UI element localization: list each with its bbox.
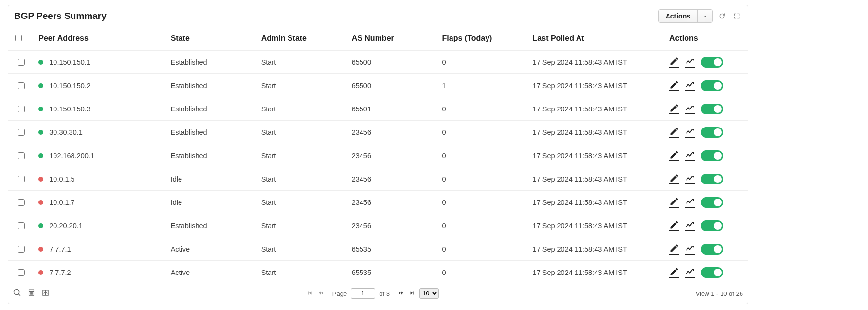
perf-button[interactable]	[685, 56, 695, 68]
row-checkbox[interactable]	[18, 246, 25, 253]
actions-caret[interactable]	[697, 10, 712, 22]
enable-toggle[interactable]	[701, 57, 723, 68]
panel-header: BGP Peers Summary Actions	[8, 5, 748, 27]
enable-toggle[interactable]	[701, 104, 723, 114]
state-cell: Established	[166, 121, 256, 144]
enable-toggle[interactable]	[701, 174, 723, 184]
page-prev-icon	[317, 290, 324, 296]
expand-button[interactable]	[731, 11, 742, 21]
row-checkbox[interactable]	[18, 176, 25, 182]
perf-button[interactable]	[685, 220, 695, 231]
actions-button[interactable]: Actions	[659, 10, 697, 22]
reload-icon	[718, 12, 726, 20]
state-cell: Established	[166, 74, 256, 97]
col-state[interactable]: State	[166, 27, 256, 51]
row-checkbox[interactable]	[18, 222, 25, 229]
select-all-cell	[8, 27, 34, 51]
table-row: 192.168.200.1EstablishedStart23456017 Se…	[8, 144, 748, 167]
table-header-row: Peer Address State Admin State AS Number…	[8, 27, 748, 51]
enable-toggle[interactable]	[701, 220, 723, 231]
trend-icon	[685, 127, 695, 136]
edit-button[interactable]	[669, 197, 679, 208]
trend-icon	[685, 80, 695, 90]
flaps-cell: 0	[437, 261, 528, 284]
page-input[interactable]	[351, 288, 375, 299]
export-button[interactable]	[41, 289, 50, 298]
as-number-cell: 23456	[347, 191, 437, 214]
edit-button[interactable]	[669, 56, 679, 68]
reload-button[interactable]	[717, 11, 727, 21]
peer-address[interactable]: 10.0.1.7	[49, 199, 74, 206]
perf-button[interactable]	[685, 103, 695, 114]
peer-address[interactable]: 10.150.150.2	[49, 82, 90, 90]
enable-toggle[interactable]	[701, 80, 723, 91]
peer-address[interactable]: 7.7.7.2	[49, 269, 71, 276]
edit-button[interactable]	[669, 80, 679, 91]
table-row: 10.150.150.2EstablishedStart65500117 Sep…	[8, 74, 748, 97]
perf-button[interactable]	[685, 267, 695, 278]
perf-button[interactable]	[685, 173, 695, 184]
row-checkbox[interactable]	[18, 129, 25, 136]
row-checkbox[interactable]	[18, 199, 25, 206]
perf-button[interactable]	[685, 197, 695, 208]
actions-dropdown[interactable]: Actions	[658, 9, 713, 23]
edit-button[interactable]	[669, 173, 679, 184]
peer-address[interactable]: 30.30.30.1	[49, 128, 83, 136]
page-last-button[interactable]	[409, 290, 416, 298]
calculator-button[interactable]	[27, 289, 36, 298]
peer-address[interactable]: 7.7.7.1	[49, 245, 71, 253]
perf-button[interactable]	[685, 127, 695, 138]
as-number-cell: 23456	[347, 144, 437, 167]
col-as-number[interactable]: AS Number	[347, 27, 437, 51]
col-last-polled[interactable]: Last Polled At	[528, 27, 665, 51]
perf-button[interactable]	[685, 80, 695, 91]
col-peer-address[interactable]: Peer Address	[34, 27, 165, 51]
edit-button[interactable]	[669, 127, 679, 138]
last-polled-cell: 17 Sep 2024 11:58:43 AM IST	[528, 97, 665, 121]
perf-button[interactable]	[685, 243, 695, 255]
edit-icon	[669, 197, 679, 206]
enable-toggle[interactable]	[701, 127, 723, 138]
caret-down-icon	[702, 13, 709, 20]
search-icon	[13, 289, 21, 297]
enable-toggle[interactable]	[701, 197, 723, 208]
admin-state-cell: Start	[256, 144, 347, 167]
search-button[interactable]	[13, 289, 21, 298]
perf-button[interactable]	[685, 150, 695, 161]
export-icon	[41, 289, 50, 297]
peer-address[interactable]: 10.0.1.5	[49, 175, 74, 183]
admin-state-cell: Start	[256, 191, 347, 214]
row-checkbox[interactable]	[18, 82, 25, 89]
col-admin-state[interactable]: Admin State	[256, 27, 347, 51]
trend-icon	[685, 103, 695, 113]
flaps-cell: 0	[437, 121, 528, 144]
row-checkbox[interactable]	[18, 269, 25, 276]
last-polled-cell: 17 Sep 2024 11:58:43 AM IST	[528, 144, 665, 167]
page-first-button[interactable]	[307, 290, 313, 298]
edit-button[interactable]	[669, 267, 679, 278]
trend-icon	[685, 267, 695, 276]
edit-button[interactable]	[669, 243, 679, 255]
col-flaps[interactable]: Flaps (Today)	[437, 27, 528, 51]
row-checkbox[interactable]	[18, 59, 25, 66]
last-polled-cell: 17 Sep 2024 11:58:43 AM IST	[528, 191, 665, 214]
peer-address[interactable]: 20.20.20.1	[49, 222, 83, 230]
page-size-select[interactable]: 10	[419, 288, 439, 299]
flaps-cell: 0	[437, 237, 528, 261]
enable-toggle[interactable]	[701, 244, 723, 255]
row-checkbox[interactable]	[18, 106, 25, 112]
edit-button[interactable]	[669, 220, 679, 231]
as-number-cell: 23456	[347, 167, 437, 191]
select-all-checkbox[interactable]	[15, 35, 22, 41]
row-checkbox[interactable]	[18, 152, 25, 159]
peer-address[interactable]: 192.168.200.1	[49, 152, 94, 160]
peer-address[interactable]: 10.150.150.3	[49, 105, 90, 113]
enable-toggle[interactable]	[701, 150, 723, 161]
table-row: 10.150.150.1EstablishedStart65500017 Sep…	[8, 51, 748, 74]
page-prev-button[interactable]	[317, 290, 324, 298]
peer-address[interactable]: 10.150.150.1	[49, 58, 90, 66]
page-next-button[interactable]	[398, 290, 405, 298]
edit-button[interactable]	[669, 103, 679, 114]
edit-button[interactable]	[669, 150, 679, 161]
enable-toggle[interactable]	[701, 267, 723, 278]
